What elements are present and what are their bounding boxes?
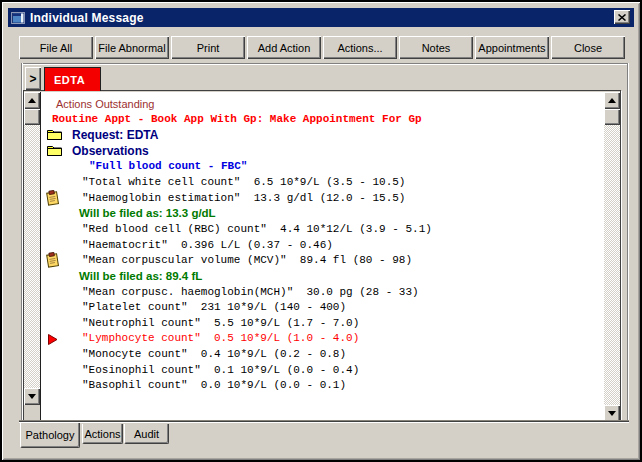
tab-pathology[interactable]: Pathology [20, 423, 80, 448]
close-button[interactable]: Close [551, 36, 625, 59]
message-line: "Full blood count - FBC" [41, 159, 604, 175]
message-line-text: "Platelet count" 231 10*9/L (140 - 400) [82, 301, 346, 313]
close-icon[interactable] [614, 10, 630, 24]
file-abnormal-button[interactable]: File Abnormal [95, 36, 169, 59]
actions-button[interactable]: Actions... [323, 36, 397, 59]
message-line: "Mean corpuscular volume (MCV)" 89.4 fl … [41, 252, 604, 268]
window-title: Individual Message [30, 11, 144, 25]
message-line: "Eosinophil count" 0.1 10*9/L (0.0 - 0.4… [41, 362, 604, 378]
message-line: Actions Outstanding [41, 96, 604, 112]
message-line: "Monocyte count" 0.4 10*9/L (0.2 - 0.8) [41, 346, 604, 362]
add-action-button[interactable]: Add Action [247, 36, 321, 59]
left-scrollbar-thumb[interactable] [24, 109, 40, 125]
message-line: "Mean corpusc. haemoglobin(MCH)" 30.0 pg… [41, 284, 604, 300]
message-line: "Total white cell count" 6.5 10*9/L (3.5… [41, 174, 604, 190]
message-line: Will be filed as: 89.4 fL [41, 268, 604, 284]
message-line-text: Routine Appt - Book App With Gp: Make Ap… [52, 113, 422, 125]
folder-icon [46, 144, 63, 160]
message-line-text: "Haemoglobin estimation" 13.3 g/dl (12.0… [82, 192, 405, 204]
message-line-text: "Total white cell count" 6.5 10*9/L (3.5… [82, 176, 405, 188]
message-line-text: "Neutrophil count" 5.5 10*9/L (1.7 - 7.0… [82, 317, 359, 329]
dialog-individual-message: Individual Message File AllFile Abnormal… [0, 0, 642, 462]
message-line-text: "Monocyte count" 0.4 10*9/L (0.2 - 0.8) [82, 348, 346, 360]
message-line-text: Will be filed as: 89.4 fL [79, 270, 202, 282]
message-line-text: Observations [72, 144, 149, 158]
message-line-text: "Eosinophil count" 0.1 10*9/L (0.0 - 0.4… [82, 364, 359, 376]
message-line-text: "Mean corpusc. haemoglobin(MCH)" 30.0 pg… [82, 286, 419, 298]
folder-icon [46, 128, 63, 144]
message-line-text: "Haematocrit" 0.396 L/L (0.37 - 0.46) [82, 239, 333, 251]
message-line: "Lymphocyte count" 0.5 10*9/L (1.0 - 4.0… [41, 331, 604, 347]
message-line-text: "Full blood count - FBC" [89, 160, 247, 172]
message-line: Will be filed as: 13.3 g/dL [41, 205, 604, 221]
notes-button[interactable]: Notes [399, 36, 473, 59]
message-window-icon [11, 11, 25, 25]
message-line: "Platelet count" 231 10*9/L (140 - 400) [41, 299, 604, 315]
message-line: "Red blood cell (RBC) count" 4.4 10*12/L… [41, 221, 604, 237]
message-line: "Basophil count" 0.0 10*9/L (0.0 - 0.1) [41, 378, 604, 394]
message-line-text: Actions Outstanding [56, 98, 154, 110]
message-line: "Haemoglobin estimation" 13.3 g/dl (12.0… [41, 190, 604, 206]
right-scrollbar-thumb[interactable] [604, 109, 620, 125]
message-line-text: "Lymphocyte count" 0.5 10*9/L (1.0 - 4.0… [82, 332, 359, 344]
right-scrollbar[interactable] [604, 92, 620, 422]
tab-edta[interactable]: EDTA [44, 67, 101, 91]
message-line: Routine Appt - Book App With Gp: Make Ap… [41, 112, 604, 128]
message-line-text: "Basophil count" 0.0 10*9/L (0.0 - 0.1) [82, 379, 346, 391]
message-panel: Actions OutstandingRoutine Appt - Book A… [23, 90, 621, 421]
message-line-text: Request: EDTA [72, 128, 158, 142]
tab-scroll-button[interactable]: > [25, 67, 41, 90]
scroll-up-icon[interactable] [604, 92, 620, 109]
bottom-tabstrip-line [19, 420, 629, 423]
message-line-text: Will be filed as: 13.3 g/dL [79, 207, 216, 219]
tab-actions[interactable]: Actions [82, 424, 123, 444]
file-all-button[interactable]: File All [19, 36, 93, 59]
message-text-area[interactable]: Actions OutstandingRoutine Appt - Book A… [40, 92, 604, 422]
message-line: "Neutrophil count" 5.5 10*9/L (1.7 - 7.0… [41, 315, 604, 331]
message-line: Request: EDTA [41, 127, 604, 143]
message-line-text: "Red blood cell (RBC) count" 4.4 10*12/L… [82, 223, 432, 235]
message-line-text: "Mean corpuscular volume (MCV)" 89.4 fl … [82, 254, 412, 266]
title-bar: Individual Message [8, 8, 634, 27]
tab-audit[interactable]: Audit [124, 424, 169, 444]
scroll-up-icon[interactable] [24, 92, 40, 109]
message-line: "Haematocrit" 0.396 L/L (0.37 - 0.46) [41, 237, 604, 253]
print-button[interactable]: Print [171, 36, 245, 59]
panel-groove-right [627, 63, 629, 421]
toolbar: File AllFile AbnormalPrintAdd ActionActi… [2, 36, 642, 59]
panel-groove-top [21, 63, 629, 65]
left-scrollbar[interactable] [24, 92, 40, 422]
message-line: Observations [41, 143, 604, 159]
message-lines: Actions OutstandingRoutine Appt - Book A… [41, 92, 604, 393]
appointments-button[interactable]: Appointments [475, 36, 549, 59]
scroll-down-icon[interactable] [24, 388, 40, 405]
